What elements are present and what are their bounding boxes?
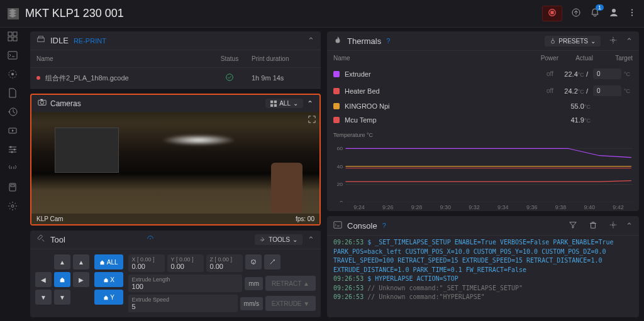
thermal-actual: 22.4°C / [553, 70, 588, 78]
printer-state: IDLE [50, 36, 69, 45]
printer-icon [36, 35, 45, 46]
collapse-icon[interactable]: ⌃ [626, 221, 633, 231]
move-z-down-button[interactable]: ▼ [35, 290, 52, 305]
sidebar-machine-icon[interactable] [8, 182, 18, 192]
sidebar-history-icon[interactable] [8, 107, 18, 117]
move-z-up-button[interactable]: ▲ [73, 254, 89, 269]
thermals-panel: Thermals ? PRESETS ⌄ ⌃ Name Power [327, 31, 639, 211]
job-row[interactable]: 组合件2_PLA_1h8m.gcode 1h 9m 14s [30, 68, 321, 89]
page-title: MKT KLP1 230 001 [25, 7, 542, 20]
svg-text:20: 20 [337, 182, 343, 188]
svg-rect-27 [40, 99, 43, 101]
thermal-name: Mcu Temp [345, 116, 531, 124]
svg-rect-29 [274, 101, 277, 103]
thermal-actual: 55.0°C [556, 102, 591, 110]
chevron-down-icon: ⌄ [591, 38, 596, 45]
info-icon[interactable]: ? [386, 37, 390, 45]
collapse-icon[interactable]: ⌃ [307, 99, 313, 108]
extrude-length-unit: mm [245, 277, 263, 290]
svg-text:40: 40 [337, 163, 343, 170]
camera-fps: fps: 00 [296, 215, 314, 222]
thermal-target-input[interactable]: 0 [593, 85, 621, 96]
extrude-button[interactable]: EXTRUDE ▼ [265, 296, 316, 311]
thermal-row[interactable]: Mcu Temp41.9°C [327, 113, 639, 127]
app-logo-icon [8, 8, 19, 19]
console-filter-icon[interactable] [565, 220, 580, 231]
sidebar-timelapse-icon[interactable] [8, 126, 18, 136]
adjust-z-button[interactable] [264, 254, 280, 269]
console-icon [333, 220, 342, 231]
info-icon[interactable]: ? [382, 222, 386, 229]
move-x-pos-button[interactable]: ▶ [73, 272, 89, 287]
sidebar-tune-icon[interactable] [8, 144, 18, 155]
sidebar-files-icon[interactable] [8, 88, 18, 98]
extrude-length-input[interactable]: Extrude Length100 [128, 275, 243, 292]
svg-point-24 [226, 74, 233, 81]
home-all-button[interactable] [54, 272, 70, 287]
svg-point-26 [40, 101, 43, 104]
svg-point-16 [10, 146, 12, 148]
move-y-neg-button[interactable]: ▼ [54, 290, 70, 305]
camera-feed[interactable]: KLP Cam fps: 00 [31, 112, 319, 224]
fullscreen-icon[interactable] [307, 114, 317, 126]
home-all-axes-button[interactable]: ALL [94, 254, 123, 269]
collapse-icon[interactable]: ⌃ [308, 235, 314, 244]
thermal-row[interactable]: Extruderoff22.4°C /0°C [327, 65, 639, 82]
sidebar-dashboard-icon[interactable] [8, 31, 18, 41]
notifications-icon[interactable]: 1 [590, 8, 600, 19]
sidebar-settings-icon[interactable] [8, 201, 18, 211]
svg-rect-23 [39, 36, 43, 38]
emergency-stop-button[interactable] [542, 6, 562, 21]
svg-rect-9 [8, 37, 12, 41]
temperature-chart: Temperature °C 0204060 9:249:269:289:309… [327, 129, 639, 211]
camera-all-button[interactable]: ALL ⌄ [265, 99, 303, 108]
home-y-button[interactable]: Y [94, 290, 123, 305]
menu-more-icon[interactable] [628, 8, 636, 19]
col-name: Name [36, 55, 208, 62]
svg-rect-1 [550, 11, 553, 14]
move-y-pos-button[interactable]: ▲ [54, 254, 70, 269]
svg-point-21 [11, 205, 14, 207]
camera-panel: Cameras ALL ⌄ ⌃ KLP Cam fps: 00 [30, 94, 321, 226]
series-swatch-icon [333, 71, 340, 77]
thermal-actual: 24.2°C / [553, 87, 588, 95]
svg-point-44 [612, 224, 614, 226]
console-panel: Console ? ⌃ 09:26:53 $ _SET_TIMELAPSE_SE… [327, 216, 639, 317]
extrude-speed-input[interactable]: Extrude Speed5 [128, 295, 238, 312]
header-actions: 1 [542, 6, 636, 21]
presets-button[interactable]: PRESETS ⌄ [545, 36, 601, 46]
bed-mesh-icon[interactable] [147, 235, 154, 244]
sidebar-devtools-icon[interactable] [8, 163, 18, 173]
svg-text:0: 0 [340, 199, 343, 202]
console-settings-icon[interactable] [606, 220, 621, 231]
thermal-row[interactable]: KINGROO Npi55.0°C [327, 99, 639, 113]
thermals-settings-icon[interactable] [606, 35, 621, 46]
user-icon[interactable] [609, 8, 619, 19]
sidebar-console-icon[interactable] [8, 50, 18, 60]
thermal-target-input[interactable]: 0 [593, 68, 621, 79]
home-x-button[interactable]: X [94, 272, 123, 287]
sidebar-gcode-icon[interactable] [8, 69, 18, 79]
tool-title: Tool [50, 235, 142, 244]
reprint-button[interactable]: RE-PRINT [74, 37, 106, 45]
tools-menu-button[interactable]: TOOLS ⌄ [255, 234, 303, 245]
console-output[interactable]: 09:26:53 $ _SET_TIMELAPSE_SETUP ENABLE=T… [327, 236, 639, 317]
col-duration: Print duration [252, 55, 314, 62]
thermal-power: off [528, 87, 553, 94]
motors-off-button[interactable] [245, 254, 262, 269]
console-clear-icon[interactable] [586, 220, 601, 231]
svg-point-3 [612, 9, 616, 13]
svg-rect-28 [270, 101, 273, 103]
move-x-neg-button[interactable]: ◀ [35, 272, 52, 287]
svg-point-32 [150, 238, 151, 239]
upload-icon[interactable] [571, 8, 581, 19]
retract-button[interactable]: RETRACT ▲ [265, 276, 316, 291]
collapse-icon[interactable]: ⌃ [308, 36, 314, 45]
collapse-icon[interactable]: ⌃ [626, 36, 633, 46]
svg-rect-22 [38, 38, 45, 41]
svg-point-6 [631, 14, 633, 16]
svg-rect-8 [13, 32, 17, 36]
thermal-name: Extruder [345, 70, 528, 78]
thermal-row[interactable]: Heater Bedoff24.2°C /0°C [327, 82, 639, 99]
svg-rect-30 [270, 104, 273, 106]
